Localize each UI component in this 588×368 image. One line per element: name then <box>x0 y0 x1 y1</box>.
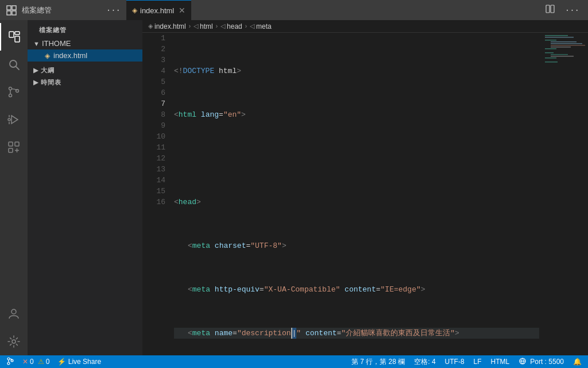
svg-rect-18 <box>9 148 13 152</box>
svg-rect-23 <box>545 40 556 41</box>
line-num-11: 11 <box>148 142 165 153</box>
account-icon[interactable] <box>0 300 28 328</box>
breadcrumb-meta-label: meta <box>256 22 272 30</box>
svg-point-20 <box>12 340 16 343</box>
svg-rect-6 <box>9 32 14 37</box>
svg-rect-4 <box>546 5 550 13</box>
breadcrumb-html[interactable]: ◁ html <box>194 22 213 30</box>
code-line-5: <meta charset="UTF-8"> <box>174 240 539 251</box>
title-bar-right: ··· <box>543 3 582 17</box>
notification-icon: 🔔 <box>573 358 582 366</box>
split-editor-icon[interactable] <box>543 3 558 17</box>
head-breadcrumb-icon: ◁ <box>220 22 225 30</box>
search-icon[interactable] <box>0 51 28 78</box>
editor-area: ◈ index.html › ◁ html › ◁ head › ◁ meta … <box>142 20 588 355</box>
file-label: index.html <box>53 51 87 60</box>
title-bar: 檔案總管 ··· ◈ index.html ✕ ··· <box>0 0 588 20</box>
svg-point-9 <box>10 60 17 67</box>
tab-close-icon[interactable]: ✕ <box>179 6 185 15</box>
breadcrumb-meta[interactable]: ◁ meta <box>250 22 272 30</box>
svg-rect-24 <box>551 41 577 43</box>
activity-bar <box>0 20 28 355</box>
svg-point-34 <box>7 358 10 360</box>
breadcrumb-sep-2: › <box>216 23 218 29</box>
code-line-3 <box>174 153 539 164</box>
language-item[interactable]: HTML <box>489 358 512 366</box>
source-control-icon[interactable] <box>0 78 28 106</box>
svg-rect-33 <box>545 62 558 63</box>
line-num-1: 1 <box>148 33 165 44</box>
active-tab[interactable]: ◈ index.html ✕ <box>126 0 191 20</box>
file-breadcrumb-icon: ◈ <box>148 22 153 30</box>
tab-file-icon: ◈ <box>132 6 137 14</box>
error-count: 0 <box>30 358 34 366</box>
outline-header[interactable]: ▶ 大綱 <box>28 64 142 76</box>
code-editor[interactable]: 1 2 3 4 5 6 7 8 9 10 11 12 13 14 15 16 <box>142 33 588 355</box>
run-debug-icon[interactable] <box>0 106 28 133</box>
svg-point-15 <box>8 118 10 121</box>
notification-item[interactable]: 🔔 <box>571 358 583 366</box>
file-item[interactable]: ◈ index.html <box>28 49 142 62</box>
warning-count: 0 <box>46 358 50 366</box>
encoding-label: UTF-8 <box>445 358 465 366</box>
code-content[interactable]: <!DOCTYPE html> <html lang="en"> <head> … <box>171 33 542 355</box>
svg-rect-30 <box>551 54 568 55</box>
status-left: ✕ 0 ⚠ 0 ⚡ Live Share <box>5 357 103 367</box>
error-icon: ✕ <box>22 358 28 366</box>
spaces-item[interactable]: 空格: 4 <box>412 357 437 367</box>
line-num-6: 6 <box>148 87 165 98</box>
chevron-right-icon-timeline: ▶ <box>33 79 38 86</box>
title-bar-left: 檔案總管 ··· <box>6 5 121 16</box>
manage-icon[interactable] <box>0 328 28 355</box>
line-num-7: 7 <box>148 98 165 109</box>
svg-rect-25 <box>551 43 582 44</box>
line-numbers: 1 2 3 4 5 6 7 8 9 10 11 12 13 14 15 16 <box>142 33 171 355</box>
sidebar-title: 檔案總管 <box>22 5 52 16</box>
breadcrumb-file[interactable]: ◈ index.html <box>148 22 186 30</box>
port-item[interactable]: Port : 5500 <box>517 357 566 367</box>
line-num-5: 5 <box>148 76 165 87</box>
window-icon <box>6 5 17 16</box>
spaces-label: 空格: 4 <box>414 357 435 367</box>
errors-item[interactable]: ✕ 0 ⚠ 0 <box>21 358 51 366</box>
svg-rect-2 <box>7 11 11 15</box>
svg-rect-16 <box>9 142 13 146</box>
svg-point-12 <box>9 94 12 97</box>
svg-rect-29 <box>545 52 554 53</box>
explorer-icon[interactable] <box>0 23 28 51</box>
line-num-14: 14 <box>148 175 165 186</box>
line-num-12: 12 <box>148 153 165 164</box>
breadcrumb-sep-1: › <box>189 23 191 29</box>
code-line-7: <meta name="description|" content="介紹貓咪喜… <box>174 328 539 339</box>
sidebar-more-icon[interactable]: ··· <box>106 6 121 15</box>
live-share-item[interactable]: ⚡ Live Share <box>56 358 103 366</box>
outline-section: ▶ 大綱 ▶ 時間表 <box>28 64 142 89</box>
more-actions-icon[interactable]: ··· <box>562 5 582 16</box>
svg-rect-8 <box>15 36 20 42</box>
code-line-4: <head> <box>174 197 539 208</box>
timeline-header[interactable]: ▶ 時間表 <box>28 76 142 89</box>
code-line-6: <meta http-equiv="X-UA-Compatible" conte… <box>174 284 539 295</box>
breadcrumb-file-label: index.html <box>154 22 186 30</box>
line-ending-item[interactable]: LF <box>472 358 483 366</box>
svg-rect-28 <box>545 48 556 49</box>
encoding-item[interactable]: UTF-8 <box>443 358 466 366</box>
line-num-13: 13 <box>148 164 165 175</box>
main-area: 檔案總管 ▼ ITHOME ◈ index.html ▶ 大綱 ▶ 時間表 ◈ … <box>0 20 588 355</box>
breadcrumb-head[interactable]: ◁ head <box>220 22 242 30</box>
status-right: 第 7 行，第 28 欄 空格: 4 UTF-8 LF HTML Port : … <box>350 357 583 367</box>
tab-area: ◈ index.html ✕ <box>121 0 537 20</box>
svg-rect-17 <box>15 142 19 146</box>
git-branch-item[interactable] <box>5 357 16 367</box>
folder-item[interactable]: ▼ ITHOME <box>28 37 142 49</box>
line-num-8: 8 <box>148 109 165 120</box>
svg-rect-26 <box>551 45 585 46</box>
svg-rect-1 <box>12 6 16 10</box>
port-label: Port : 5500 <box>530 358 564 366</box>
line-col-item[interactable]: 第 7 行，第 28 欄 <box>350 357 407 367</box>
minimap <box>542 33 588 355</box>
sidebar-header-label: 檔案總管 <box>28 20 142 37</box>
breadcrumb-html-label: html <box>200 22 213 30</box>
extensions-icon[interactable] <box>0 133 28 161</box>
svg-rect-31 <box>551 56 574 57</box>
